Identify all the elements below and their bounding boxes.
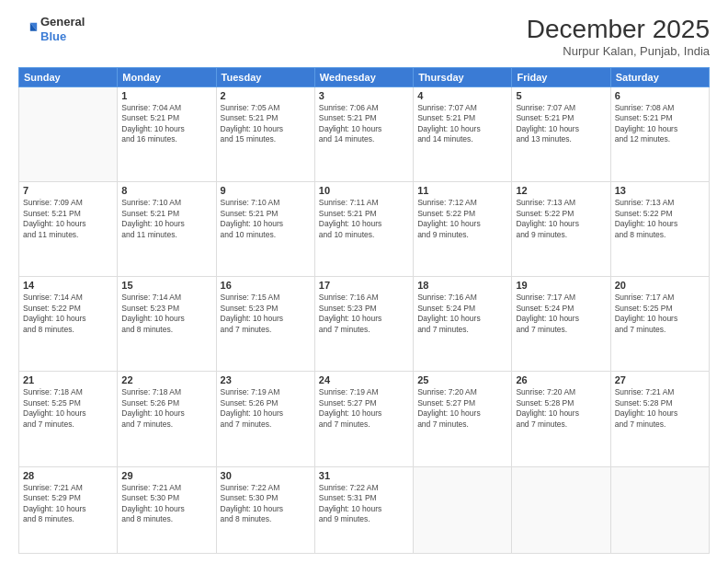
day-info: Sunrise: 7:21 AMSunset: 5:30 PMDaylight:… — [121, 483, 211, 525]
table-cell — [610, 466, 709, 553]
location: Nurpur Kalan, Punjab, India — [527, 44, 710, 58]
table-cell: 27Sunrise: 7:21 AMSunset: 5:28 PMDayligh… — [610, 372, 709, 466]
table-cell: 31Sunrise: 7:22 AMSunset: 5:31 PMDayligh… — [314, 466, 413, 553]
day-info: Sunrise: 7:20 AMSunset: 5:28 PMDaylight:… — [516, 387, 606, 430]
calendar-table: Sunday Monday Tuesday Wednesday Thursday… — [18, 67, 710, 554]
day-number: 10 — [319, 185, 409, 196]
day-number: 14 — [23, 280, 113, 291]
header-monday: Monday — [118, 68, 216, 87]
table-cell: 12Sunrise: 7:13 AMSunset: 5:22 PMDayligh… — [512, 182, 610, 277]
day-info: Sunrise: 7:17 AMSunset: 5:25 PMDaylight:… — [615, 293, 705, 335]
day-number: 16 — [221, 280, 311, 291]
table-cell: 8Sunrise: 7:10 AMSunset: 5:21 PMDaylight… — [118, 182, 216, 277]
day-number: 6 — [615, 90, 705, 101]
header-thursday: Thursday — [414, 68, 512, 87]
day-info: Sunrise: 7:19 AMSunset: 5:27 PMDaylight:… — [319, 387, 409, 430]
day-number: 17 — [319, 280, 409, 291]
day-number: 3 — [319, 90, 409, 101]
table-cell: 29Sunrise: 7:21 AMSunset: 5:30 PMDayligh… — [118, 466, 216, 553]
header-sunday: Sunday — [19, 68, 118, 87]
day-number: 18 — [417, 280, 507, 291]
day-number: 21 — [23, 374, 113, 385]
day-info: Sunrise: 7:07 AMSunset: 5:21 PMDaylight:… — [516, 103, 606, 145]
day-info: Sunrise: 7:20 AMSunset: 5:27 PMDaylight:… — [417, 387, 507, 430]
day-number: 19 — [516, 280, 606, 291]
table-cell: 4Sunrise: 7:07 AMSunset: 5:21 PMDaylight… — [414, 87, 512, 182]
day-info: Sunrise: 7:04 AMSunset: 5:21 PMDaylight:… — [121, 103, 211, 145]
table-cell: 10Sunrise: 7:11 AMSunset: 5:21 PMDayligh… — [314, 182, 413, 277]
logo: General Blue — [18, 15, 85, 43]
table-cell: 6Sunrise: 7:08 AMSunset: 5:21 PMDaylight… — [610, 87, 709, 182]
logo-general: General — [40, 15, 85, 29]
day-info: Sunrise: 7:05 AMSunset: 5:21 PMDaylight:… — [221, 103, 311, 145]
day-number: 26 — [516, 374, 606, 385]
day-number: 24 — [319, 374, 409, 385]
table-cell: 11Sunrise: 7:12 AMSunset: 5:22 PMDayligh… — [414, 182, 512, 277]
day-number: 15 — [121, 280, 211, 291]
table-cell: 3Sunrise: 7:06 AMSunset: 5:21 PMDaylight… — [314, 87, 413, 182]
day-info: Sunrise: 7:18 AMSunset: 5:26 PMDaylight:… — [121, 387, 211, 430]
month-title: December 2025 — [527, 15, 710, 44]
day-number: 12 — [516, 185, 606, 196]
day-number: 5 — [516, 90, 606, 101]
table-cell: 24Sunrise: 7:19 AMSunset: 5:27 PMDayligh… — [314, 372, 413, 466]
table-cell: 18Sunrise: 7:16 AMSunset: 5:24 PMDayligh… — [414, 277, 512, 372]
day-info: Sunrise: 7:14 AMSunset: 5:23 PMDaylight:… — [121, 293, 211, 335]
header-friday: Friday — [512, 68, 610, 87]
table-cell: 19Sunrise: 7:17 AMSunset: 5:24 PMDayligh… — [512, 277, 610, 372]
page: General Blue December 2025 Nurpur Kalan,… — [0, 0, 728, 563]
table-cell: 7Sunrise: 7:09 AMSunset: 5:21 PMDaylight… — [19, 182, 118, 277]
day-number: 28 — [23, 470, 113, 481]
table-cell: 14Sunrise: 7:14 AMSunset: 5:22 PMDayligh… — [19, 277, 118, 372]
day-info: Sunrise: 7:17 AMSunset: 5:24 PMDaylight:… — [516, 293, 606, 335]
logo-text: General Blue — [40, 15, 85, 43]
day-info: Sunrise: 7:10 AMSunset: 5:21 PMDaylight:… — [221, 198, 311, 240]
table-cell — [512, 466, 610, 553]
table-cell: 23Sunrise: 7:19 AMSunset: 5:26 PMDayligh… — [216, 372, 314, 466]
logo-icon — [18, 19, 39, 40]
weekday-header-row: Sunday Monday Tuesday Wednesday Thursday… — [19, 68, 710, 87]
day-number: 31 — [319, 470, 409, 481]
day-info: Sunrise: 7:15 AMSunset: 5:23 PMDaylight:… — [221, 293, 311, 335]
day-info: Sunrise: 7:08 AMSunset: 5:21 PMDaylight:… — [615, 103, 705, 145]
day-info: Sunrise: 7:07 AMSunset: 5:21 PMDaylight:… — [417, 103, 507, 145]
day-number: 23 — [221, 374, 311, 385]
day-info: Sunrise: 7:11 AMSunset: 5:21 PMDaylight:… — [319, 198, 409, 240]
day-info: Sunrise: 7:18 AMSunset: 5:25 PMDaylight:… — [23, 387, 113, 430]
table-cell — [19, 87, 118, 182]
day-number: 2 — [221, 90, 311, 101]
day-info: Sunrise: 7:16 AMSunset: 5:23 PMDaylight:… — [319, 293, 409, 335]
table-cell: 26Sunrise: 7:20 AMSunset: 5:28 PMDayligh… — [512, 372, 610, 466]
table-cell: 9Sunrise: 7:10 AMSunset: 5:21 PMDaylight… — [216, 182, 314, 277]
day-number: 30 — [221, 470, 311, 481]
header-saturday: Saturday — [610, 68, 709, 87]
table-cell: 2Sunrise: 7:05 AMSunset: 5:21 PMDaylight… — [216, 87, 314, 182]
day-number: 22 — [121, 374, 211, 385]
day-info: Sunrise: 7:22 AMSunset: 5:30 PMDaylight:… — [221, 483, 311, 525]
day-info: Sunrise: 7:06 AMSunset: 5:21 PMDaylight:… — [319, 103, 409, 145]
table-cell: 20Sunrise: 7:17 AMSunset: 5:25 PMDayligh… — [610, 277, 709, 372]
day-number: 11 — [417, 185, 507, 196]
table-cell: 1Sunrise: 7:04 AMSunset: 5:21 PMDaylight… — [118, 87, 216, 182]
day-number: 8 — [121, 185, 211, 196]
day-info: Sunrise: 7:21 AMSunset: 5:28 PMDaylight:… — [615, 387, 705, 430]
title-area: December 2025 Nurpur Kalan, Punjab, Indi… — [527, 15, 710, 58]
table-cell: 16Sunrise: 7:15 AMSunset: 5:23 PMDayligh… — [216, 277, 314, 372]
table-cell: 21Sunrise: 7:18 AMSunset: 5:25 PMDayligh… — [19, 372, 118, 466]
day-info: Sunrise: 7:19 AMSunset: 5:26 PMDaylight:… — [221, 387, 311, 430]
header-tuesday: Tuesday — [216, 68, 314, 87]
table-cell: 30Sunrise: 7:22 AMSunset: 5:30 PMDayligh… — [216, 466, 314, 553]
day-info: Sunrise: 7:10 AMSunset: 5:21 PMDaylight:… — [121, 198, 211, 240]
header-wednesday: Wednesday — [314, 68, 413, 87]
day-info: Sunrise: 7:22 AMSunset: 5:31 PMDaylight:… — [319, 483, 409, 525]
day-number: 20 — [615, 280, 705, 291]
logo-blue: Blue — [40, 29, 85, 44]
day-info: Sunrise: 7:13 AMSunset: 5:22 PMDaylight:… — [516, 198, 606, 240]
day-number: 7 — [23, 185, 113, 196]
table-cell: 22Sunrise: 7:18 AMSunset: 5:26 PMDayligh… — [118, 372, 216, 466]
table-cell: 17Sunrise: 7:16 AMSunset: 5:23 PMDayligh… — [314, 277, 413, 372]
table-cell: 15Sunrise: 7:14 AMSunset: 5:23 PMDayligh… — [118, 277, 216, 372]
day-number: 4 — [417, 90, 507, 101]
day-number: 25 — [417, 374, 507, 385]
day-info: Sunrise: 7:14 AMSunset: 5:22 PMDaylight:… — [23, 293, 113, 335]
